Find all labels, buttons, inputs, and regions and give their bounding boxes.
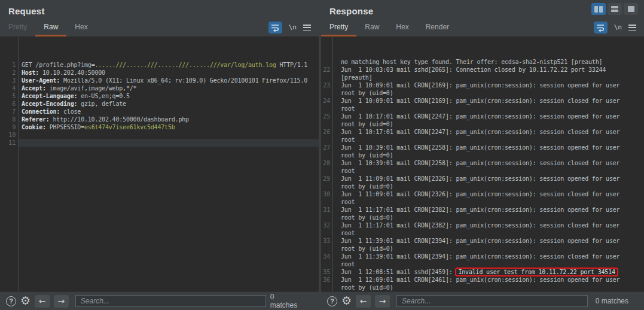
line-number: 27	[321, 144, 332, 151]
help-icon[interactable]: ?	[6, 296, 16, 306]
code-line[interactable]: root	[321, 260, 644, 268]
code-line[interactable]: root by (uid=0)	[321, 284, 644, 291]
code-line[interactable]: root	[321, 198, 644, 206]
code-line[interactable]: 33Jun 1 11:39:01 mail CRON[2394]: pam_un…	[321, 237, 644, 245]
code-line[interactable]: 30Jun 1 11:09:01 mail CRON[2326]: pam_un…	[321, 190, 644, 198]
gear-icon[interactable]: ⚙	[341, 295, 352, 306]
code-segment: Host:	[22, 69, 39, 76]
line-content: root	[332, 167, 644, 175]
code-line[interactable]: 27Jun 1 10:39:01 mail CRON[2258]: pam_un…	[321, 144, 644, 151]
response-tabbar: PrettyRawHexRender \n	[321, 20, 644, 37]
code-line[interactable]: 7Connection: close	[0, 108, 319, 116]
next-match-button[interactable]: →	[54, 295, 69, 308]
code-line[interactable]: root	[321, 105, 644, 113]
code-line[interactable]: root	[321, 229, 644, 237]
code-segment: en-US,en;q=0.5	[77, 93, 129, 99]
code-line[interactable]: root by (uid=0)	[321, 89, 644, 97]
layout-columns-button[interactable]	[591, 3, 606, 15]
tab-raw[interactable]: Raw	[35, 20, 66, 37]
code-segment: 10.10.202.40:50000	[39, 69, 105, 76]
line-content: Jun 1 10:17:01 mail CRON[2247]: pam_unix…	[332, 113, 644, 120]
code-line[interactable]: 2Host: 10.10.202.40:50000	[0, 69, 319, 77]
line-content: Accept: image/avif,image/webp,*/*	[18, 84, 319, 92]
code-line[interactable]: 22Jun 1 10:03:03 mail sshd[2065]: Connec…	[321, 66, 644, 74]
line-number: 35	[321, 268, 332, 276]
code-segment: Jun 1 12:08:51 mail sshd[2459]:	[341, 269, 456, 275]
line-content: root	[332, 229, 644, 237]
code-line[interactable]: root by (uid=0)	[321, 151, 644, 159]
code-line[interactable]: 4Accept: image/avif,image/webp,*/*	[0, 84, 319, 92]
code-line[interactable]: 8Referer: http://10.10.202.40:50000/dash…	[0, 116, 319, 123]
code-line[interactable]: 28Jun 1 10:39:01 mail CRON[2258]: pam_un…	[321, 159, 644, 167]
code-line[interactable]: 6Accept-Encoding: gzip, deflate	[0, 100, 319, 108]
gear-icon[interactable]: ⚙	[20, 295, 30, 306]
line-number: 8	[0, 116, 18, 123]
code-segment: Accept-Encoding:	[22, 101, 77, 107]
hamburger-menu-icon[interactable]	[628, 25, 636, 31]
line-content: Referer: http://10.10.202.40:50000/dashb…	[18, 116, 319, 123]
next-match-button[interactable]: →	[375, 295, 390, 308]
tab-hex[interactable]: Hex	[66, 20, 96, 37]
code-segment: gzip, deflate	[77, 101, 126, 107]
line-content: root	[332, 136, 644, 144]
code-line[interactable]: 11	[0, 139, 319, 147]
code-segment: img	[81, 62, 91, 68]
code-segment: HTTP/1.1	[276, 62, 307, 68]
line-number: 11	[0, 139, 18, 147]
code-line[interactable]: 10	[0, 131, 319, 139]
newline-toggle[interactable]: \n	[614, 23, 622, 31]
code-segment: root	[341, 230, 355, 236]
search-input[interactable]	[75, 295, 266, 307]
code-line[interactable]: root	[321, 167, 644, 175]
word-wrap-button[interactable]	[594, 22, 608, 34]
code-line[interactable]: 32Jun 1 11:17:01 mail CRON[2382]: pam_un…	[321, 221, 644, 229]
line-content: Cookie: PHPSESSID=es6t474v7isee61kvc5d44…	[18, 123, 319, 131]
line-content: root by (uid=0)	[332, 151, 644, 159]
code-line[interactable]: root by (uid=0)	[321, 120, 644, 128]
hamburger-menu-icon[interactable]	[303, 25, 311, 31]
code-line[interactable]: 35Jun 1 12:08:51 mail sshd[2459]: Invali…	[321, 268, 644, 276]
code-line[interactable]: 24Jun 1 10:09:01 mail CRON[2169]: pam_un…	[321, 97, 644, 105]
line-number: 23	[321, 81, 332, 89]
newline-toggle[interactable]: \n	[289, 23, 297, 31]
code-line[interactable]: 3User-Agent: Mozilla/5.0 (X11; Linux x86…	[0, 77, 319, 84]
line-number	[321, 136, 332, 144]
code-line[interactable]: 1GET /profile.php?img=......///......///…	[0, 61, 319, 69]
response-editor[interactable]: no matching host key type found. Their o…	[321, 37, 644, 291]
code-line[interactable]: 25Jun 1 10:17:01 mail CRON[2247]: pam_un…	[321, 113, 644, 120]
code-line[interactable]: root by (uid=0)	[321, 183, 644, 190]
line-content: Jun 1 10:17:01 mail CRON[2247]: pam_unix…	[332, 128, 644, 136]
prev-match-button[interactable]: ←	[35, 295, 50, 308]
gutter-divider	[18, 37, 19, 291]
tab-pretty[interactable]: Pretty	[321, 20, 356, 37]
code-line[interactable]: 26Jun 1 10:17:01 mail CRON[2247]: pam_un…	[321, 128, 644, 136]
request-header: Request	[0, 0, 319, 20]
single-pane-icon	[628, 6, 634, 12]
code-line[interactable]: 34Jun 1 11:39:01 mail CRON[2394]: pam_un…	[321, 253, 644, 260]
code-line[interactable]: 29Jun 1 11:09:01 mail CRON[2326]: pam_un…	[321, 175, 644, 183]
code-line[interactable]: 9Cookie: PHPSESSID=es6t474v7isee61kvc5d4…	[0, 123, 319, 131]
request-editor[interactable]: 1GET /profile.php?img=......///......///…	[0, 37, 319, 291]
layout-rows-button[interactable]	[608, 3, 622, 15]
layout-single-button[interactable]	[624, 3, 638, 15]
search-input[interactable]	[396, 295, 588, 307]
word-wrap-button[interactable]	[268, 22, 282, 34]
help-icon[interactable]: ?	[327, 296, 337, 306]
code-line[interactable]: 23Jun 1 10:09:01 mail CRON[2169]: pam_un…	[321, 81, 644, 89]
code-line[interactable]: 5Accept-Language: en-US,en;q=0.5	[0, 92, 319, 100]
code-line[interactable]: 36Jun 1 12:09:01 mail CRON[2461]: pam_un…	[321, 276, 644, 284]
line-number: 1	[0, 61, 18, 69]
tab-hex[interactable]: Hex	[387, 20, 417, 37]
line-number: 10	[0, 131, 18, 139]
code-line[interactable]: root by (uid=0)	[321, 214, 644, 221]
tab-render[interactable]: Render	[417, 20, 457, 37]
code-line[interactable]: root by (uid=0)	[321, 245, 644, 253]
code-line[interactable]: no matching host key type found. Their o…	[321, 58, 644, 66]
code-line[interactable]: root	[321, 136, 644, 144]
prev-match-button[interactable]: ←	[356, 295, 371, 308]
request-tab-icons: \n	[268, 20, 319, 37]
code-line[interactable]: 31Jun 1 11:17:01 mail CRON[2382]: pam_un…	[321, 206, 644, 214]
tab-pretty[interactable]: Pretty	[0, 20, 35, 37]
code-line[interactable]: [preauth]	[321, 74, 644, 81]
tab-raw[interactable]: Raw	[356, 20, 387, 37]
